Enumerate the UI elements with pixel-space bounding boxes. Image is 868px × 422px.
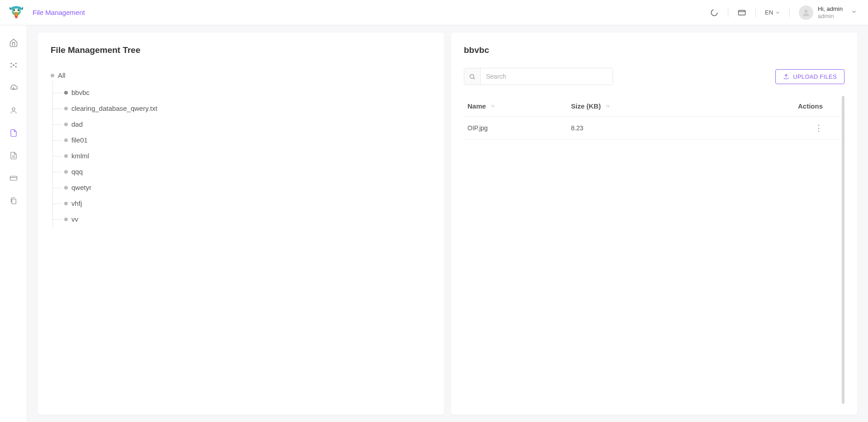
sidebar-item-home[interactable] bbox=[9, 38, 18, 47]
tree-node[interactable]: qwetyr bbox=[64, 180, 431, 195]
svg-point-9 bbox=[805, 9, 808, 13]
header-right: EN Hi, admin admin bbox=[710, 5, 861, 20]
tree-dot-icon bbox=[64, 123, 68, 126]
tree-node[interactable]: clearing_database_qwery.txt bbox=[64, 100, 431, 116]
tree-node[interactable]: qqq bbox=[64, 164, 431, 180]
sidebar-item-card[interactable] bbox=[9, 174, 18, 183]
tree-node[interactable]: vhfj bbox=[64, 195, 431, 211]
tree-root-label: All bbox=[58, 71, 66, 79]
divider bbox=[728, 8, 728, 17]
upload-icon bbox=[783, 73, 789, 80]
sidebar bbox=[0, 25, 27, 422]
tree-dot-icon bbox=[64, 218, 68, 221]
column-actions-label: Actions bbox=[798, 102, 823, 110]
column-actions: Actions bbox=[704, 96, 841, 117]
tree-dot-icon bbox=[64, 170, 68, 174]
tree-dot-icon bbox=[64, 91, 68, 95]
column-name[interactable]: Name bbox=[464, 96, 567, 117]
svg-rect-8 bbox=[739, 10, 745, 15]
svg-point-7 bbox=[711, 9, 717, 16]
svg-point-21 bbox=[470, 74, 474, 78]
search-input[interactable] bbox=[481, 68, 613, 85]
more-actions-icon[interactable]: ⋮ bbox=[815, 123, 823, 133]
tree-node[interactable]: file01 bbox=[64, 132, 431, 148]
user-greeting: Hi, admin bbox=[818, 5, 843, 13]
sidebar-item-cloud[interactable] bbox=[9, 83, 18, 92]
header: File Management EN Hi, admin bbox=[0, 0, 868, 25]
cell-actions: ⋮ bbox=[704, 117, 841, 140]
tree-node[interactable]: vv bbox=[64, 211, 431, 227]
svg-point-10 bbox=[13, 64, 14, 66]
svg-point-6 bbox=[15, 12, 18, 16]
cell-name: OIP.jpg bbox=[464, 117, 567, 140]
svg-point-4 bbox=[18, 9, 19, 11]
tree-children: bbvbcclearing_database_qwery.txtdadfile0… bbox=[51, 85, 431, 227]
tree-node-label: bbvbc bbox=[71, 89, 90, 96]
files-table: Name Size (KB) bbox=[464, 96, 841, 140]
svg-point-14 bbox=[15, 66, 16, 67]
messages-icon[interactable] bbox=[737, 8, 746, 17]
svg-point-13 bbox=[10, 66, 12, 67]
chevron-down-icon bbox=[775, 10, 780, 15]
tree-node-label: dad bbox=[71, 120, 83, 128]
tree-node-label: qwetyr bbox=[71, 184, 91, 191]
content: File Management Tree All bbvbcclearing_d… bbox=[27, 25, 868, 422]
upload-button[interactable]: UPLOAD FILES bbox=[775, 69, 844, 84]
tree-node-label: kmlml bbox=[71, 152, 89, 160]
sidebar-item-copy[interactable] bbox=[9, 196, 18, 205]
tree-dot-icon bbox=[64, 154, 68, 158]
search-box bbox=[464, 68, 613, 85]
tree-node[interactable]: bbvbc bbox=[64, 85, 431, 100]
table-row: OIP.jpg8.23⋮ bbox=[464, 117, 841, 140]
tree-root-node[interactable]: All bbox=[51, 68, 431, 85]
language-label: EN bbox=[765, 9, 773, 16]
svg-point-15 bbox=[12, 108, 15, 110]
upload-button-label: UPLOAD FILES bbox=[793, 73, 837, 80]
files-controls: UPLOAD FILES bbox=[464, 68, 844, 85]
search-icon bbox=[464, 68, 481, 85]
tree-node-label: vhfj bbox=[71, 199, 82, 207]
cell-size: 8.23 bbox=[567, 117, 704, 140]
svg-line-22 bbox=[473, 78, 475, 79]
svg-rect-20 bbox=[12, 199, 16, 204]
chevron-down-icon bbox=[851, 9, 857, 16]
sort-icon bbox=[491, 104, 495, 109]
tree-node-label: qqq bbox=[71, 168, 83, 175]
tree-node[interactable]: kmlml bbox=[64, 148, 431, 164]
tree-node-label: clearing_database_qwery.txt bbox=[71, 104, 157, 112]
svg-point-11 bbox=[10, 63, 12, 64]
column-name-label: Name bbox=[467, 102, 486, 110]
tree-node[interactable]: dad bbox=[64, 116, 431, 132]
files-panel: bbvbc UPLOAD FILES bbox=[451, 33, 857, 415]
sidebar-item-network[interactable] bbox=[9, 61, 18, 70]
files-panel-title: bbvbc bbox=[464, 45, 844, 55]
svg-point-12 bbox=[15, 63, 16, 64]
tree-dot-icon bbox=[64, 138, 68, 142]
tree-panel: File Management Tree All bbvbcclearing_d… bbox=[38, 33, 444, 415]
user-info: Hi, admin admin bbox=[818, 5, 843, 19]
table-wrap: Name Size (KB) bbox=[464, 96, 844, 404]
tree-panel-title: File Management Tree bbox=[51, 45, 431, 55]
scrollbar[interactable] bbox=[842, 96, 844, 404]
user-menu[interactable]: Hi, admin admin bbox=[799, 5, 857, 20]
tree-node-label: file01 bbox=[71, 136, 88, 144]
divider bbox=[755, 8, 756, 17]
svg-point-3 bbox=[14, 9, 15, 11]
logo[interactable] bbox=[7, 4, 25, 22]
column-size[interactable]: Size (KB) bbox=[567, 96, 704, 117]
loading-icon[interactable] bbox=[710, 8, 719, 17]
file-tree: All bbvbcclearing_database_qwery.txtdadf… bbox=[51, 68, 431, 227]
divider bbox=[789, 8, 790, 17]
sort-icon bbox=[605, 104, 610, 109]
sidebar-item-files[interactable] bbox=[9, 128, 18, 138]
language-selector[interactable]: EN bbox=[765, 9, 780, 16]
tree-dot-icon bbox=[64, 186, 68, 190]
tree-dot-icon bbox=[51, 74, 54, 77]
page-title: File Management bbox=[33, 9, 85, 16]
tree-dot-icon bbox=[64, 202, 68, 205]
tree-dot-icon bbox=[64, 107, 68, 110]
avatar bbox=[799, 5, 813, 20]
sidebar-item-user[interactable] bbox=[9, 106, 18, 115]
user-name: admin bbox=[818, 13, 843, 20]
sidebar-item-document[interactable] bbox=[9, 151, 18, 160]
